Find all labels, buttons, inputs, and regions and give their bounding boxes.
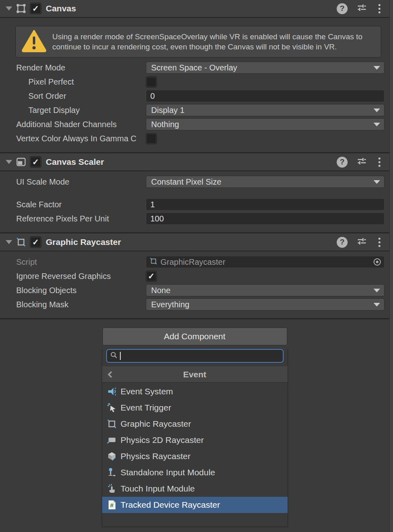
component-title: Graphic Raycaster <box>46 237 121 247</box>
kebab-menu-icon[interactable] <box>378 161 380 163</box>
chevron-down-icon <box>374 303 380 306</box>
warning-icon <box>21 30 47 54</box>
graphic-raycaster-icon <box>106 418 117 430</box>
menu-item-label: Tracked Device Raycaster <box>121 500 220 510</box>
chevron-down-icon <box>374 109 380 112</box>
unity-inspector: Canvas ? Using a render mode of ScreenSp… <box>0 0 389 527</box>
chevron-down-icon <box>374 289 380 292</box>
menu-item-tracked-device-raycaster[interactable]: # Tracked Device Raycaster <box>102 497 288 513</box>
chevron-down-icon <box>374 66 380 70</box>
dropdown-value: None <box>151 286 171 295</box>
additional-shader-channels-row: Additional Shader Channels Nothing <box>0 118 389 130</box>
help-icon[interactable]: ? <box>337 3 348 14</box>
field-value: 0 <box>150 92 155 101</box>
canvas-body: Using a render mode of ScreenSpaceOverla… <box>0 18 389 152</box>
component-list: Event System Event Trigger <box>102 383 288 513</box>
ignore-reversed-graphics-checkbox[interactable] <box>146 271 157 282</box>
script-object-field[interactable]: GraphicRaycaster <box>146 256 384 268</box>
canvas-icon <box>16 3 26 14</box>
dropdown-value: Nothing <box>151 120 179 129</box>
dropdown-value: Display 1 <box>151 106 184 115</box>
ui-scale-mode-dropdown[interactable]: Constant Pixel Size <box>146 176 384 188</box>
chevron-down-icon <box>374 180 380 184</box>
blocking-mask-row: Blocking Mask Everything <box>0 298 389 311</box>
add-component-button[interactable]: Add Component <box>103 328 287 345</box>
blocking-mask-dropdown[interactable]: Everything <box>146 298 384 311</box>
kebab-menu-icon[interactable] <box>378 241 380 243</box>
field-label: Script <box>0 257 146 267</box>
component-enabled-checkbox[interactable] <box>30 3 41 14</box>
ui-scale-mode-row: UI Scale Mode Constant Pixel Size <box>0 176 389 188</box>
reference-pixels-field[interactable]: 100 <box>146 213 384 225</box>
blocking-objects-dropdown[interactable]: None <box>146 284 384 296</box>
foldout-arrow-icon[interactable] <box>6 160 12 164</box>
field-label: Vertex Color Always In Gamma C <box>0 134 146 143</box>
field-label: Target Display <box>0 106 146 115</box>
tracked-device-raycaster-icon: # <box>106 499 117 511</box>
kebab-menu-icon[interactable] <box>378 8 380 10</box>
touch-input-module-icon <box>106 483 117 494</box>
scrollbar-track[interactable] <box>389 0 393 532</box>
field-value: 1 <box>150 200 155 209</box>
component-search-input[interactable] <box>106 349 284 363</box>
canvas-scaler-component-header[interactable]: Canvas Scaler ? <box>0 153 389 171</box>
scale-factor-field[interactable]: 1 <box>146 198 384 211</box>
graphic-raycaster-icon <box>150 257 158 267</box>
dropdown-value: Everything <box>151 300 190 309</box>
canvas-scaler-body: UI Scale Mode Constant Pixel Size Scale … <box>0 171 389 232</box>
pixel-perfect-checkbox[interactable] <box>146 77 157 87</box>
presets-icon[interactable] <box>357 156 367 168</box>
component-title: Canvas <box>46 4 76 13</box>
physics-2d-raycaster-icon <box>106 434 117 446</box>
foldout-arrow-icon[interactable] <box>6 6 12 11</box>
help-icon[interactable]: ? <box>337 237 348 248</box>
menu-item-physics-2d-raycaster[interactable]: Physics 2D Raycaster <box>102 432 288 448</box>
help-icon[interactable]: ? <box>337 157 348 168</box>
canvas-component-header[interactable]: Canvas ? <box>0 0 389 18</box>
menu-item-graphic-raycaster[interactable]: Graphic Raycaster <box>102 416 288 432</box>
component-enabled-checkbox[interactable] <box>30 156 41 168</box>
search-icon <box>110 351 117 360</box>
menu-item-label: Touch Input Module <box>121 484 195 494</box>
field-label: Ignore Reversed Graphics <box>0 272 146 281</box>
render-mode-dropdown[interactable]: Screen Space - Overlay <box>146 62 384 74</box>
chevron-down-icon <box>374 123 380 126</box>
additional-shader-channels-dropdown[interactable]: Nothing <box>146 118 384 130</box>
menu-item-touch-input-module[interactable]: Touch Input Module <box>102 481 288 497</box>
menu-item-label: Graphic Raycaster <box>121 419 191 429</box>
standalone-input-module-icon <box>106 467 117 478</box>
object-picker-icon[interactable] <box>374 258 381 266</box>
blocking-objects-row: Blocking Objects None <box>0 284 389 296</box>
field-value: 100 <box>150 214 164 223</box>
target-display-dropdown[interactable]: Display 1 <box>146 104 384 116</box>
field-label: UI Scale Mode <box>0 177 146 187</box>
event-system-icon <box>106 386 117 397</box>
target-display-row: Target Display Display 1 <box>0 104 389 116</box>
presets-icon[interactable] <box>357 2 367 15</box>
physics-raycaster-icon <box>106 451 117 462</box>
field-label: Additional Shader Channels <box>0 120 146 129</box>
menu-item-label: Event System <box>121 387 173 396</box>
component-enabled-checkbox[interactable] <box>30 236 41 248</box>
vertex-color-checkbox[interactable] <box>146 133 157 144</box>
dropdown-value: Constant Pixel Size <box>151 177 221 187</box>
menu-item-label: Event Trigger <box>121 403 171 413</box>
sort-order-field[interactable]: 0 <box>146 90 384 102</box>
field-label: Pixel Perfect <box>0 77 146 87</box>
menu-item-physics-raycaster[interactable]: Physics Raycaster <box>102 448 288 464</box>
field-label: Sort Order <box>0 92 146 101</box>
presets-icon[interactable] <box>357 236 367 248</box>
menu-item-label: Physics 2D Raycaster <box>121 435 204 445</box>
ignore-reversed-graphics-row: Ignore Reversed Graphics <box>0 270 389 282</box>
field-label: Render Mode <box>0 63 146 72</box>
menu-item-event-trigger[interactable]: Event Trigger <box>102 400 288 416</box>
field-label: Blocking Mask <box>0 300 146 309</box>
reference-pixels-row: Reference Pixels Per Unit 100 <box>0 213 389 225</box>
menu-item-standalone-input-module[interactable]: Standalone Input Module <box>102 464 288 481</box>
category-header[interactable]: Event <box>102 366 288 383</box>
foldout-arrow-icon[interactable] <box>6 240 12 244</box>
graphic-raycaster-component-header[interactable]: Graphic Raycaster ? <box>0 234 389 251</box>
menu-item-event-system[interactable]: Event System <box>102 383 288 400</box>
svg-text:#: # <box>110 502 113 509</box>
field-label: Reference Pixels Per Unit <box>0 214 146 223</box>
